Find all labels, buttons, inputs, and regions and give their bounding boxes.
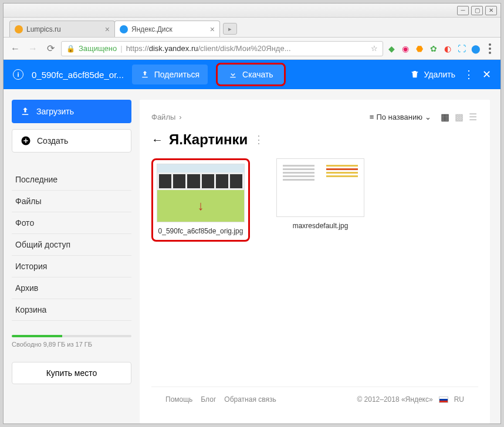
share-icon [140,70,150,79]
back-icon[interactable]: ← [151,133,163,147]
window-maximize-button[interactable]: ▢ [471,6,483,15]
copyright-text: © 2012–2018 «Яндекс» [357,395,432,404]
folder-title: Я.Картинки [169,131,248,148]
address-bar: ← → ⟳ 🔒 Защищено | https://disk.yandex.r… [4,38,500,60]
url-text: https://disk.yandex.ru/client/disk/Мои%2… [126,44,291,53]
sidebar-item-history[interactable]: История [12,256,131,277]
browser-window: ─ ▢ ✕ Lumpics.ru × Яндекс.Диск × ▸ ← → ⟳… [3,3,501,424]
sort-icon: ≡ [370,113,374,121]
close-icon[interactable]: × [105,25,110,34]
window-close-button[interactable]: ✕ [485,6,497,15]
selection-toolbar: i 0_590fc_a6cf85de_or... Поделиться Скач… [4,60,500,89]
info-icon[interactable]: i [13,69,23,80]
back-button[interactable]: ← [8,42,22,56]
close-icon[interactable]: × [210,25,215,34]
view-toolbar: ≡ По названию ⌄ ▦ ▩ ☰ [370,111,478,122]
reload-button[interactable]: ⟳ [43,42,57,56]
buy-storage-button[interactable]: Купить место [12,362,131,384]
chevron-right-icon: › [179,113,181,121]
download-icon [228,70,238,79]
close-selection-button[interactable]: ✕ [482,68,491,81]
main-panel: Файлы › ≡ По названию ⌄ ▦ ▩ ☰ [140,100,490,423]
ext-icon[interactable]: ✿ [429,44,438,53]
file-item-selected[interactable]: 0_590fc_a6cf85de_orig.jpg [151,158,250,242]
footer-help-link[interactable]: Помощь [165,395,192,404]
lang-label[interactable]: RU [454,395,464,404]
selected-filename: 0_590fc_a6cf85de_or... [32,70,124,80]
trash-icon [410,70,420,79]
file-grid: 0_590fc_a6cf85de_orig.jpg maxresdefault.… [151,158,478,242]
sidebar-item-photo[interactable]: Фото [12,212,131,234]
storage-indicator: Свободно 9,89 ГБ из 17 ГБ [12,335,131,348]
sidebar-nav: Последние Файлы Фото Общий доступ Истори… [12,169,131,321]
extension-icons: ◆ ◉ ⬣ ✿ ◐ ⛶ ⬤ [387,44,481,53]
view-small-grid-icon[interactable]: ▩ [454,111,464,122]
ext-icon[interactable]: ◉ [401,44,410,53]
footer-feedback-link[interactable]: Обратная связь [224,395,276,404]
new-tab-button[interactable]: ▸ [223,23,237,35]
view-large-grid-icon[interactable]: ▦ [439,111,450,122]
tab-yandex-disk[interactable]: Яндекс.Диск × [114,21,220,37]
browser-menu-button[interactable] [484,43,496,54]
tab-lumpics[interactable]: Lumpics.ru × [9,21,115,37]
favicon-icon [120,25,128,33]
breadcrumb[interactable]: Файлы › [151,113,182,121]
sort-dropdown[interactable]: ≡ По названию ⌄ [370,113,431,121]
delete-button[interactable]: Удалить [410,70,455,79]
window-minimize-button[interactable]: ─ [457,6,469,15]
ext-icon[interactable]: ⛶ [457,44,466,53]
more-icon[interactable]: ⋮ [253,133,264,146]
ext-icon[interactable]: ◐ [443,44,452,53]
storage-text: Свободно 9,89 ГБ из 17 ГБ [12,341,131,348]
upload-button[interactable]: Загрузить [12,100,131,123]
create-button[interactable]: Создать [12,129,131,152]
star-icon[interactable]: ☆ [371,44,378,53]
ext-icon[interactable]: ◆ [387,44,396,53]
app-body: Загрузить Создать Последние Файлы Фото О… [4,89,500,423]
url-input[interactable]: 🔒 Защищено | https://disk.yandex.ru/clie… [61,41,383,56]
chevron-down-icon: ⌄ [425,113,431,121]
sidebar-item-trash[interactable]: Корзина [12,299,131,321]
more-icon[interactable]: ⋮ [464,68,474,81]
forward-button[interactable]: → [26,42,40,56]
download-button[interactable]: Скачать [216,63,286,86]
view-list-icon[interactable]: ☰ [468,111,478,122]
sidebar-item-shared[interactable]: Общий доступ [12,234,131,256]
tab-title: Lumpics.ru [26,25,61,33]
ext-icon[interactable]: ⬣ [415,44,424,53]
browser-tabs: Lumpics.ru × Яндекс.Диск × ▸ [4,18,500,38]
folder-title-row: ← Я.Картинки ⋮ [151,131,478,148]
sidebar-item-archive[interactable]: Архив [12,277,131,299]
lock-icon: 🔒 [66,45,75,53]
favicon-icon [15,25,23,33]
sidebar-item-recent[interactable]: Последние [12,169,131,191]
plus-icon [21,135,31,146]
footer: Помощь Блог Обратная связь © 2012–2018 «… [151,387,478,412]
ext-icon[interactable]: ⬤ [471,44,481,53]
upload-icon [20,106,31,117]
file-thumbnail [276,158,364,217]
secure-label: Защищено [79,44,117,53]
tab-title: Яндекс.Диск [131,25,172,33]
sidebar: Загрузить Создать Последние Файлы Фото О… [4,89,140,423]
flag-ru-icon [439,396,448,403]
sidebar-item-files[interactable]: Файлы [12,191,131,212]
file-thumbnail [157,164,245,222]
file-name: 0_590fc_a6cf85de_orig.jpg [158,227,243,236]
file-name: maxresdefault.jpg [293,222,349,231]
file-item[interactable]: maxresdefault.jpg [273,158,367,242]
share-button[interactable]: Поделиться [132,65,208,84]
footer-blog-link[interactable]: Блог [201,395,216,404]
window-titlebar: ─ ▢ ✕ [4,4,500,18]
